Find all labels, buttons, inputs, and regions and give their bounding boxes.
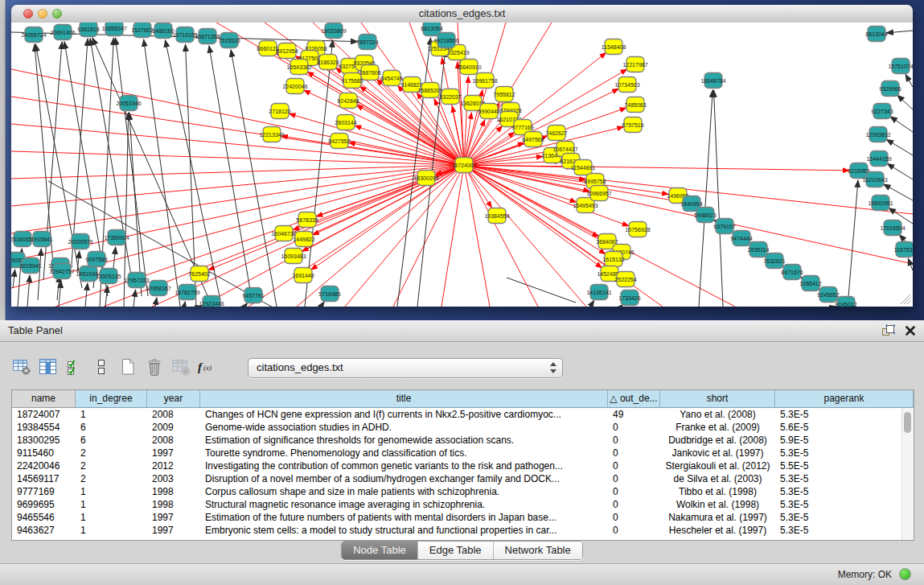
- graph-node[interactable]: 5878335: [296, 212, 318, 228]
- graph-node[interactable]: 1167533: [894, 242, 913, 257]
- graph-node[interactable]: 7485083: [624, 97, 646, 113]
- graph-node[interactable]: 7632621: [763, 253, 785, 269]
- graph-node[interactable]: 22420046: [282, 79, 307, 94]
- graph-node[interactable]: 9361818: [77, 23, 99, 37]
- graph-node[interactable]: 24055724: [21, 27, 46, 43]
- graph-node[interactable]: 11544691: [571, 160, 596, 175]
- show-columns-button[interactable]: [38, 357, 59, 378]
- minimize-window-button[interactable]: [38, 9, 47, 19]
- graph-node[interactable]: 9175685: [341, 73, 363, 89]
- delete-table-button[interactable]: [170, 357, 191, 378]
- graph-node[interactable]: 19384554: [484, 208, 509, 224]
- graph-node[interactable]: 1691448: [292, 268, 314, 283]
- graph-node[interactable]: 10719155: [172, 27, 197, 43]
- network-canvas[interactable]: 1872400786601238912954822605891275081654…: [11, 23, 913, 307]
- graph-node[interactable]: 8186328: [317, 55, 339, 70]
- graph-node[interactable]: 12213349: [259, 127, 284, 142]
- graph-node[interactable]: 12217987: [622, 57, 647, 72]
- graph-node[interactable]: 15640910: [456, 60, 481, 75]
- table-row[interactable]: 1830029562008Estimation of significance …: [12, 434, 914, 447]
- new-document-button[interactable]: [117, 357, 138, 378]
- window-titlebar[interactable]: citations_edges.txt: [11, 5, 913, 23]
- graph-node[interactable]: 9329966: [879, 81, 901, 97]
- graph-node[interactable]: 8613044: [865, 27, 887, 42]
- graph-node[interactable]: 8912954: [276, 43, 298, 59]
- graph-node[interactable]: 8471676: [781, 265, 803, 280]
- graph-node[interactable]: 9474444: [730, 231, 752, 246]
- row-options-button[interactable]: [91, 357, 112, 378]
- graph-node[interactable]: 16648784: [700, 73, 725, 89]
- graph-node[interactable]: 8322037: [439, 89, 461, 105]
- graph-node[interactable]: 9097588: [85, 252, 107, 267]
- graph-node[interactable]: 12942757: [49, 264, 74, 279]
- graph-node[interactable]: 16210643: [862, 172, 887, 187]
- scrollbar-thumb[interactable]: [904, 412, 911, 433]
- graph-node[interactable]: 2718120: [269, 104, 290, 119]
- graph-node[interactable]: 7625402: [188, 266, 210, 282]
- graph-node[interactable]: 15692951: [868, 196, 893, 211]
- graph-node[interactable]: 11548408: [602, 39, 626, 55]
- graph-node[interactable]: 12923446: [199, 296, 224, 307]
- graph-node[interactable]: 18300295: [413, 171, 438, 186]
- graph-node[interactable]: 10966957: [586, 186, 611, 201]
- graph-node[interactable]: 10655247: [101, 23, 126, 36]
- close-window-button[interactable]: [23, 9, 33, 19]
- table-row[interactable]: 969969511998Structural magnetic resonanc…: [12, 498, 914, 511]
- delete-rows-button[interactable]: [144, 357, 165, 378]
- graph-node[interactable]: 9245012: [835, 297, 856, 307]
- table-select-dropdown[interactable]: citations_edges.txt: [248, 358, 563, 378]
- table-scrollbar[interactable]: [901, 408, 914, 540]
- graph-node[interactable]: 1915841: [31, 232, 52, 247]
- graph-node[interactable]: 20053346: [116, 96, 141, 111]
- graph-node[interactable]: 9227343: [871, 104, 893, 119]
- graph-node[interactable]: 15751074: [888, 59, 913, 74]
- graph-node[interactable]: 6466160: [152, 23, 174, 39]
- graph-node[interactable]: 8454749: [380, 71, 402, 86]
- graph-node[interactable]: 1527602: [131, 23, 153, 38]
- table-row[interactable]: 1872400712008Changes of HCN gene express…: [12, 408, 914, 421]
- graph-node[interactable]: 17016504: [880, 220, 905, 236]
- graph-node[interactable]: 1733426: [618, 290, 640, 306]
- column-header-out_degree[interactable]: △ out_de...: [608, 390, 660, 408]
- table-row[interactable]: 911546021997Tourette syndrome. Phenomeno…: [12, 447, 914, 459]
- graph-node[interactable]: 9245652: [817, 287, 839, 303]
- graph-node[interactable]: 16961758: [472, 73, 497, 89]
- graph-node[interactable]: 7955812: [493, 87, 515, 102]
- graph-node[interactable]: 7857224: [356, 35, 378, 50]
- table-settings-button[interactable]: [11, 357, 32, 378]
- graph-node[interactable]: 13505135: [96, 269, 121, 284]
- close-panel-icon[interactable]: [902, 323, 918, 338]
- graph-node[interactable]: 1615132: [602, 252, 624, 267]
- graph-node[interactable]: 16033809: [321, 23, 346, 39]
- graph-node[interactable]: 17359924: [104, 230, 129, 245]
- table-row[interactable]: 1456911722003Disruption of a novel membe…: [12, 472, 914, 485]
- graph-node[interactable]: 1449822: [293, 232, 314, 247]
- graph-node[interactable]: 12444159: [866, 151, 891, 167]
- zoom-window-button[interactable]: [52, 9, 62, 19]
- graph-node[interactable]: 20206576: [68, 234, 92, 249]
- column-header-in_degree[interactable]: in_degree: [76, 390, 147, 408]
- table-row[interactable]: 2242004622012Investigating the contribut…: [12, 459, 914, 472]
- graph-node[interactable]: 16671355: [195, 29, 220, 44]
- graph-node[interactable]: 12093832: [865, 127, 890, 142]
- graph-node[interactable]: 6379197: [713, 219, 735, 234]
- tab-node-table[interactable]: Node Table: [342, 542, 418, 559]
- column-header-year[interactable]: year: [147, 390, 200, 408]
- graph-node[interactable]: 8757516: [622, 117, 643, 133]
- table-row[interactable]: 946362711997Embryonic stem cells: a mode…: [12, 524, 914, 537]
- graph-node[interactable]: 16093483: [281, 249, 306, 264]
- table-row[interactable]: 1938455462009Genome-wide association stu…: [12, 421, 914, 434]
- graph-node[interactable]: 2522254: [614, 272, 636, 287]
- graph-node[interactable]: 14136141: [586, 285, 611, 300]
- graph-node[interactable]: 5716485: [318, 286, 340, 302]
- graph-node[interactable]: 19218506: [433, 33, 458, 48]
- graph-node[interactable]: 5938923: [694, 208, 716, 223]
- select-columns-button[interactable]: [64, 357, 85, 378]
- float-panel-icon[interactable]: [881, 323, 896, 338]
- graph-node[interactable]: 9457791: [242, 288, 264, 303]
- column-header-short[interactable]: short: [660, 390, 775, 408]
- graph-node[interactable]: 10756928: [625, 222, 650, 237]
- graph-node[interactable]: 3915941: [19, 258, 41, 274]
- graph-node[interactable]: 1065412: [799, 276, 821, 291]
- resize-grip-icon[interactable]: [898, 292, 911, 305]
